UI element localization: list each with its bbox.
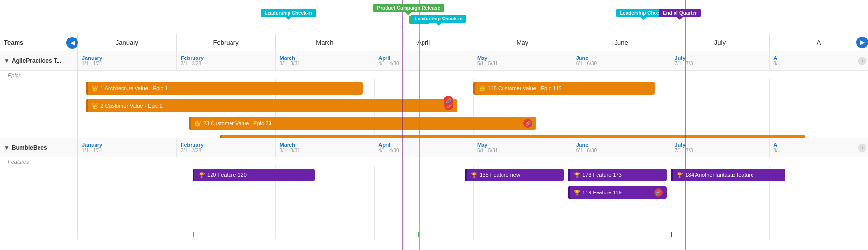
bumblebees-bars-area: 🏆 120 Feature 120 🏆 135 Feature new 🏆 17… xyxy=(0,166,868,239)
team-agilepractices-arrow: ▼ xyxy=(4,58,10,64)
epic-23-link-badge[interactable]: 🔗 xyxy=(523,119,532,128)
milestone-end-of-quarter-right: End of Quarter xyxy=(659,9,701,17)
team-bumblebees-section: ▼ BumbleBees January 1/1 - 1/31 + Februa… xyxy=(0,138,868,239)
bb-grid-3 xyxy=(374,166,375,239)
milestone-leadership-checkin-1: Leadership Check-in xyxy=(261,9,316,17)
bb-bars-sidebar xyxy=(0,166,78,239)
month-may: May xyxy=(473,34,572,51)
features-sidebar-label: Features xyxy=(0,157,78,166)
epic-2-link-icon[interactable]: 🔗 xyxy=(444,96,453,106)
month-cells: January February March April May June Ju… xyxy=(78,34,868,51)
feature-bar-119[interactable]: 🏆 119 Feature 119 🔗 xyxy=(568,186,667,199)
feature-bar-135[interactable]: 🏆 135 Feature new xyxy=(465,169,564,181)
team-bumblebees-arrow: ▼ xyxy=(4,144,10,151)
bb-period-mar: March 3/1 - 3/31 + xyxy=(276,138,375,157)
epics-timeline-label xyxy=(78,71,868,79)
month-june: June xyxy=(572,34,671,51)
bb-purple-indicator xyxy=(671,232,672,237)
team-agilepractices-header: ▼ AgilePractices T... January 1/1 - 1/31… xyxy=(0,51,868,71)
month-january: January xyxy=(78,34,177,51)
features-label-row: Features xyxy=(0,157,868,166)
today-line xyxy=(419,0,420,250)
feature-bar-184[interactable]: 🏆 184 Another fantastic feature xyxy=(671,169,785,181)
epic-bar-customer-23[interactable]: 👑 23 Customer Value - Epic 23 🔗 xyxy=(189,117,536,130)
end-of-quarter-line-2 xyxy=(685,0,686,250)
team-bumblebees-header: ▼ BumbleBees January 1/1 - 1/31 + Februa… xyxy=(0,138,868,157)
feature-119-link-badge[interactable]: 🔗 xyxy=(654,188,663,197)
bb-teal-indicator xyxy=(193,232,194,237)
period-aug-1: A 8/... + xyxy=(770,51,868,70)
end-of-quarter-line-1 xyxy=(402,0,403,250)
month-february: February xyxy=(177,34,276,51)
bb-grid-1 xyxy=(177,166,177,239)
bb-period-apr: April 4/1 - 4/30 + xyxy=(374,138,473,157)
nav-left-button[interactable]: ◀ xyxy=(66,37,78,49)
bb-add-aug[interactable]: + xyxy=(858,144,866,152)
epics-sidebar-label: Epics xyxy=(0,71,78,79)
period-apr-1: April 4/1 - 4/30 + xyxy=(374,51,473,70)
teams-label: Teams xyxy=(4,39,23,46)
features-timeline-label xyxy=(78,157,868,166)
milestone-container: Leadership Check-in Product Campaign Rel… xyxy=(78,0,868,34)
sidebar-header: Teams ◀ xyxy=(0,34,78,51)
epic-bar-arch-1[interactable]: 👑 1 Architecture Value - Epic 1 xyxy=(86,82,362,95)
feature-bar-120[interactable]: 🏆 120 Feature 120 xyxy=(193,169,315,181)
team-agilepractices-toggle[interactable]: ▼ AgilePractices T... xyxy=(0,51,78,70)
bb-period-jan: January 1/1 - 1/31 + xyxy=(78,138,177,157)
month-april: April xyxy=(374,34,473,51)
month-august: A xyxy=(770,34,868,51)
period-jun-1: June 6/1 - 6/30 + xyxy=(572,51,671,70)
period-feb-1: February 2/1 - 2/28 + xyxy=(177,51,276,70)
bb-period-may: May 5/1 - 5/31 + xyxy=(473,138,572,157)
feature-bar-173[interactable]: 🏆 173 Feature 173 xyxy=(568,169,667,181)
month-march: March xyxy=(276,34,375,51)
bb-period-aug: A 8/... + xyxy=(770,138,868,157)
bb-period-jun: June 6/1 - 6/30 + xyxy=(572,138,671,157)
milestone-product-campaign: Product Campaign Release xyxy=(373,4,444,12)
month-header-row: Teams ◀ January February March April May… xyxy=(0,34,868,51)
period-jan-1: January 1/1 - 1/31 + xyxy=(78,51,177,70)
add-aug-1[interactable]: + xyxy=(858,57,866,65)
milestone-bar: Leadership Check-in Product Campaign Rel… xyxy=(0,0,868,34)
bumblebees-period-row: January 1/1 - 1/31 + February 2/1 - 2/28… xyxy=(78,138,868,157)
agilepractices-period-row: January 1/1 - 1/31 + February 2/1 - 2/28… xyxy=(78,51,868,70)
period-may-1: May 5/1 - 5/31 + xyxy=(473,51,572,70)
nav-right-button[interactable]: ▶ xyxy=(856,37,868,48)
team-bumblebees-toggle[interactable]: ▼ BumbleBees xyxy=(0,138,78,157)
epics-label-row: Epics xyxy=(0,71,868,79)
epic-bar-customer-115[interactable]: 👑 115 Customer Value - Epic 115 xyxy=(473,82,655,95)
milestone-leadership-checkin-2: Leadership Check-in xyxy=(411,15,466,23)
period-mar-1: March 3/1 - 3/31 + xyxy=(276,51,375,70)
bb-period-feb: February 2/1 - 2/28 + xyxy=(177,138,276,157)
timeline-container: Leadership Check-in Product Campaign Rel… xyxy=(0,0,868,250)
